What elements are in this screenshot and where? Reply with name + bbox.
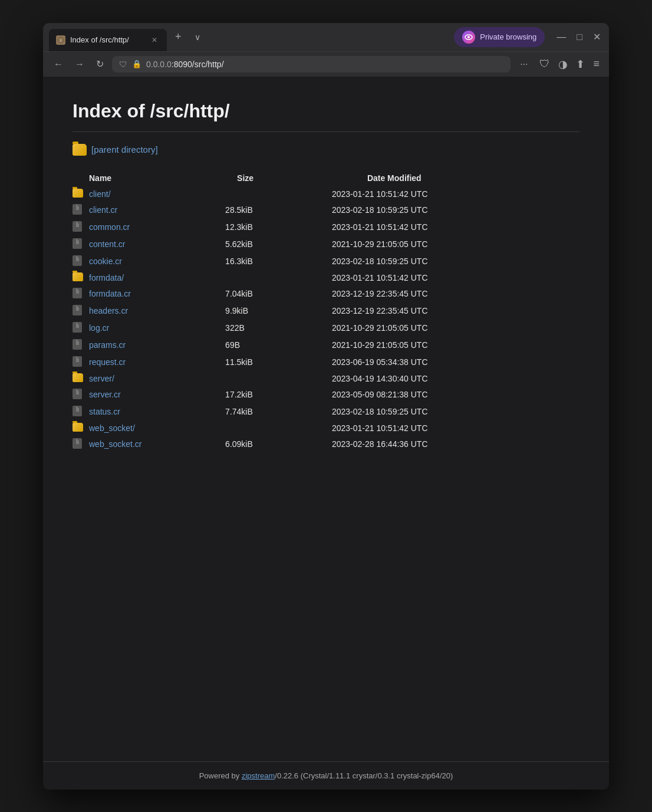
file-date-cell: 2023-04-19 14:30:40 UTC xyxy=(332,371,579,386)
shield-icon: 🛡 xyxy=(119,60,127,69)
file-name-link[interactable]: web_socket.cr xyxy=(89,439,141,449)
file-icon xyxy=(73,221,82,232)
icon-col-header xyxy=(73,170,89,186)
file-name-link[interactable]: formdata/ xyxy=(89,273,124,282)
url-text: 0.0.0.0:8090/src/http/ xyxy=(146,60,503,69)
file-icon xyxy=(73,288,82,298)
table-row: web_socket.cr6.09kiB2023-02-28 16:44:36 … xyxy=(73,436,579,453)
file-name-cell: client.cr xyxy=(89,202,225,219)
file-name-link[interactable]: server/ xyxy=(89,374,114,383)
file-date-cell: 2023-01-21 10:51:42 UTC xyxy=(332,270,579,285)
file-size-cell: 322B xyxy=(225,320,332,337)
table-row: headers.cr9.9kiB2023-12-19 22:35:45 UTC xyxy=(73,303,579,320)
footer-text-after: /0.22.6 (Crystal/1.11.1 crystar/0.3.1 cr… xyxy=(275,771,453,780)
parent-directory-row: [parent directory] xyxy=(73,144,579,156)
file-name-cell: common.cr xyxy=(89,219,225,236)
back-button[interactable]: ← xyxy=(50,57,67,72)
file-name-link[interactable]: headers.cr xyxy=(89,306,128,315)
private-browsing-button[interactable]: Private browsing xyxy=(454,27,545,47)
file-name-link[interactable]: server.cr xyxy=(89,390,121,399)
file-name-link[interactable]: params.cr xyxy=(89,340,126,350)
browser-window: i Index of /src/http/ ✕ + ∨ Private brow… xyxy=(43,23,609,790)
table-row: common.cr12.3kiB2023-01-21 10:51:42 UTC xyxy=(73,219,579,236)
file-date-cell: 2023-02-18 10:59:25 UTC xyxy=(332,202,579,219)
file-icon-cell xyxy=(73,420,89,436)
active-tab[interactable]: i Index of /src/http/ ✕ xyxy=(49,29,167,51)
date-col-header: Date Modified xyxy=(332,170,579,186)
tab-dropdown-button[interactable]: ∨ xyxy=(190,32,205,42)
share-icon[interactable]: ⬆ xyxy=(574,55,587,73)
file-name-link[interactable]: common.cr xyxy=(89,222,130,232)
file-icon-cell xyxy=(73,436,89,453)
file-icon-cell xyxy=(73,337,89,354)
menu-icon[interactable]: ≡ xyxy=(591,55,602,73)
file-name-link[interactable]: formdata.cr xyxy=(89,289,131,298)
zipstream-link[interactable]: zipstream xyxy=(242,771,275,780)
file-name-cell: status.cr xyxy=(89,403,225,420)
table-row: server.cr17.2kiB2023-05-09 08:21:38 UTC xyxy=(73,386,579,403)
reload-button[interactable]: ↻ xyxy=(93,56,107,72)
file-name-cell: web_socket.cr xyxy=(89,436,225,453)
file-icon-cell xyxy=(73,253,89,270)
file-icon-cell xyxy=(73,354,89,371)
file-date-cell: 2023-02-28 16:44:36 UTC xyxy=(332,436,579,453)
private-browsing-icon xyxy=(462,31,475,44)
maximize-button[interactable]: □ xyxy=(574,31,585,44)
file-name-link[interactable]: client/ xyxy=(89,189,111,199)
more-button[interactable]: ··· xyxy=(515,57,532,72)
table-row: status.cr7.74kiB2023-02-18 10:59:25 UTC xyxy=(73,403,579,420)
parent-directory-link[interactable]: [parent directory] xyxy=(91,144,158,154)
file-name-cell: headers.cr xyxy=(89,303,225,320)
file-date-cell: 2023-02-18 10:59:25 UTC xyxy=(332,253,579,270)
tab-title: Index of /src/http/ xyxy=(70,35,144,44)
file-name-link[interactable]: log.cr xyxy=(89,323,109,333)
private-browsing-label: Private browsing xyxy=(480,32,536,41)
table-row: params.cr69B2021-10-29 21:05:05 UTC xyxy=(73,337,579,354)
file-size-cell: 17.2kiB xyxy=(225,386,332,403)
file-date-cell: 2023-01-21 10:51:42 UTC xyxy=(332,420,579,436)
file-icon xyxy=(73,356,82,367)
new-tab-button[interactable]: + xyxy=(170,31,186,43)
file-name-link[interactable]: content.cr xyxy=(89,239,125,249)
file-name-link[interactable]: request.cr xyxy=(89,357,126,367)
file-name-cell: log.cr xyxy=(89,320,225,337)
file-icon-cell xyxy=(73,219,89,236)
name-col-header: Name xyxy=(89,170,225,186)
file-icon-cell xyxy=(73,320,89,337)
file-name-cell: server/ xyxy=(89,371,225,386)
file-size-cell: 7.04kiB xyxy=(225,285,332,303)
file-date-cell: 2023-01-21 10:51:42 UTC xyxy=(332,219,579,236)
arc-icon[interactable]: ◑ xyxy=(556,55,570,73)
file-size-cell: 28.5kiB xyxy=(225,202,332,219)
page-title: Index of /src/http/ xyxy=(73,100,579,122)
url-host: 0.0.0.0 xyxy=(146,60,172,69)
file-date-cell: 2023-01-21 10:51:42 UTC xyxy=(332,186,579,202)
file-icon-cell xyxy=(73,371,89,386)
tab-close-button[interactable]: ✕ xyxy=(149,35,160,45)
svg-point-3 xyxy=(467,36,470,38)
close-button[interactable]: ✕ xyxy=(591,30,603,44)
file-date-cell: 2023-02-18 10:59:25 UTC xyxy=(332,403,579,420)
file-name-cell: content.cr xyxy=(89,236,225,253)
file-name-link[interactable]: status.cr xyxy=(89,407,120,416)
size-col-header: Size xyxy=(225,170,332,186)
file-name-link[interactable]: web_socket/ xyxy=(89,423,135,433)
pocket-icon[interactable]: 🛡 xyxy=(537,55,552,73)
file-date-cell: 2023-12-19 22:35:45 UTC xyxy=(332,303,579,320)
file-size-cell xyxy=(225,420,332,436)
table-header-row: Name Size Date Modified xyxy=(73,170,579,186)
file-icon xyxy=(73,238,82,249)
minimize-button[interactable]: — xyxy=(554,31,568,44)
tab-favicon: i xyxy=(56,35,65,45)
file-size-cell: 9.9kiB xyxy=(225,303,332,320)
address-bar[interactable]: 🛡 🔒 0.0.0.0:8090/src/http/ xyxy=(112,56,511,73)
table-row: log.cr322B2021-10-29 21:05:05 UTC xyxy=(73,320,579,337)
file-name-cell: request.cr xyxy=(89,354,225,371)
table-row: request.cr11.5kiB2023-06-19 05:34:38 UTC xyxy=(73,354,579,371)
file-name-link[interactable]: cookie.cr xyxy=(89,257,122,266)
forward-button[interactable]: → xyxy=(71,57,88,72)
file-name-link[interactable]: client.cr xyxy=(89,205,117,215)
file-icon xyxy=(73,255,82,266)
file-date-cell: 2023-12-19 22:35:45 UTC xyxy=(332,285,579,303)
file-table-body: client/2023-01-21 10:51:42 UTCclient.cr2… xyxy=(73,186,579,453)
